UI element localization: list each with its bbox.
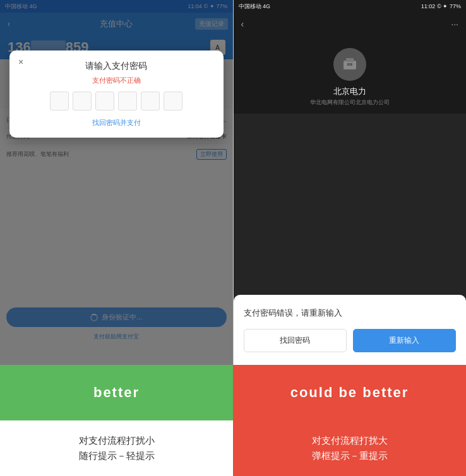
- svg-point-3: [349, 63, 351, 66]
- left-phone-panel: 中国移动 4G 11:04 © ✦ 77% ‹ 充值中心 充值记录 136 85…: [0, 0, 234, 365]
- dialog-error-text: 支付密码不正确: [20, 76, 213, 85]
- svg-rect-1: [346, 58, 354, 62]
- right-desc-line2: 弹框提示－重提示: [312, 448, 388, 463]
- phones-row: 中国移动 4G 11:04 © ✦ 77% ‹ 充值中心 充值记录 136 85…: [0, 0, 466, 365]
- left-label-text: better: [93, 384, 140, 401]
- right-time: 11:02: [421, 3, 436, 9]
- right-status-bar: 中国移动 4G 11:02 © ✦ 77%: [234, 0, 467, 13]
- pin-box-6[interactable]: [164, 92, 182, 110]
- right-battery: © ✦ 77%: [437, 3, 461, 9]
- right-more-button[interactable]: ···: [451, 19, 458, 29]
- right-back-button[interactable]: ‹: [241, 19, 244, 29]
- alert-buttons: 找回密码 重新输入: [244, 329, 457, 352]
- alert-dialog: 支付密码错误，请重新输入 找回密码 重新输入: [234, 295, 467, 365]
- right-desc-panel: 对支付流程打扰大 弹框提示－重提示: [233, 420, 466, 476]
- merchant-icon: [333, 48, 366, 81]
- alert-message: 支付密码错误，请重新输入: [244, 307, 457, 319]
- pin-box-1[interactable]: [50, 92, 69, 110]
- left-desc-line1: 对支付流程打扰小: [79, 433, 155, 448]
- right-phone-panel: 中国移动 4G 11:02 © ✦ 77% ‹ ···: [234, 0, 467, 365]
- recover-password-link[interactable]: 找回密码并支付: [20, 118, 213, 128]
- left-desc-line2: 随行提示－轻提示: [79, 448, 155, 463]
- re-enter-button[interactable]: 重新输入: [353, 329, 456, 352]
- right-status-right: 11:02 © ✦ 77%: [421, 3, 461, 9]
- left-desc-text: 对支付流程打扰小 随行提示－轻提示: [79, 433, 155, 463]
- right-status-left: 中国移动 4G: [239, 3, 271, 11]
- payment-dialog: × 请输入支付密码 支付密码不正确 找回密码并支付: [9, 51, 224, 138]
- pin-box-5[interactable]: [141, 92, 160, 110]
- labels-row: better could be better: [0, 365, 466, 420]
- right-desc-line1: 对支付流程打扰大: [312, 433, 388, 448]
- recover-password-button[interactable]: 找回密码: [244, 329, 347, 352]
- pin-input-row: [20, 92, 213, 110]
- right-desc-text: 对支付流程打扰大 弹框提示－重提示: [312, 433, 388, 463]
- merchant-area: 北京电力 华北电网有限公司北京电力公司: [234, 35, 467, 117]
- merchant-logo-icon: [341, 56, 359, 73]
- main-container: 中国移动 4G 11:04 © ✦ 77% ‹ 充值中心 充值记录 136 85…: [0, 0, 466, 476]
- right-nav-bar: ‹ ···: [234, 13, 467, 35]
- left-label-panel: better: [0, 365, 233, 420]
- pin-box-4[interactable]: [118, 92, 137, 110]
- merchant-name: 北京电力: [333, 86, 366, 97]
- left-desc-panel: 对支付流程打扰小 随行提示－轻提示: [0, 420, 233, 476]
- pin-box-2[interactable]: [73, 92, 92, 110]
- right-carrier: 中国移动 4G: [239, 3, 271, 11]
- right-label-text: could be better: [290, 384, 409, 401]
- merchant-subtitle: 华北电网有限公司北京电力公司: [310, 98, 390, 107]
- desc-row: 对支付流程打扰小 随行提示－轻提示 对支付流程打扰大 弹框提示－重提示: [0, 420, 466, 476]
- right-label-panel: could be better: [233, 365, 466, 420]
- dialog-close-button[interactable]: ×: [18, 57, 23, 67]
- dialog-title: 请输入支付密码: [20, 61, 213, 72]
- pin-box-3[interactable]: [95, 92, 114, 110]
